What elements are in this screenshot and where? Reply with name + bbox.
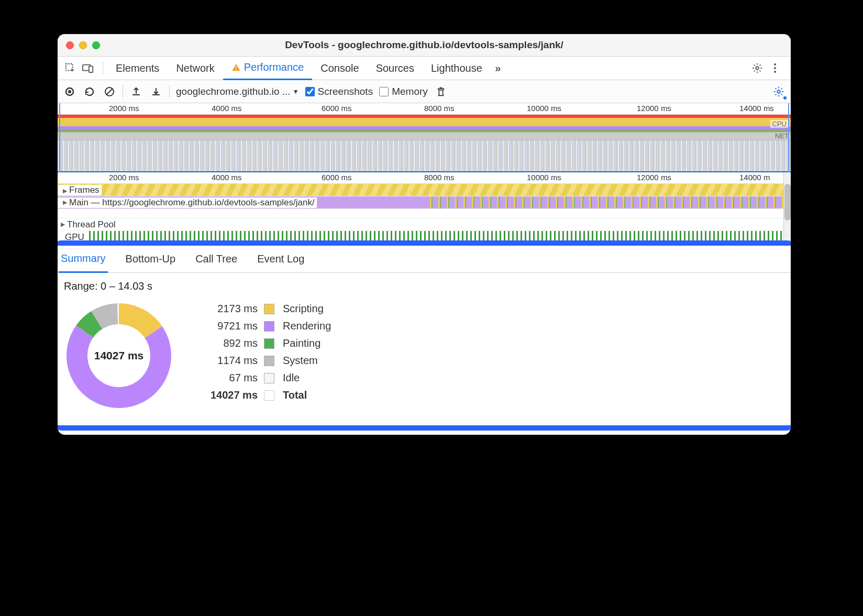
ruler-tick: 6000 ms <box>322 173 352 182</box>
track-main-spacer <box>58 209 791 218</box>
tab-console[interactable]: Console <box>312 57 367 80</box>
overview-filmstrip <box>58 140 791 172</box>
track-main-label: Main — https://googlechrome.github.io/de… <box>69 197 315 208</box>
ruler-tick: 10000 ms <box>527 104 561 113</box>
tab-elements[interactable]: Elements <box>107 57 168 80</box>
legend-value: 1174 ms <box>195 355 258 367</box>
more-tabs-icon[interactable]: » <box>491 61 505 75</box>
ruler-tick: 12000 ms <box>637 173 671 182</box>
memory-checkbox-input[interactable] <box>379 87 389 96</box>
screenshots-checkbox[interactable]: Screenshots <box>305 86 373 97</box>
tab-summary[interactable]: Summary <box>59 246 108 273</box>
ruler-tick: 8000 ms <box>424 173 455 182</box>
capture-settings-icon[interactable] <box>772 85 785 98</box>
overview-net-band: NET <box>58 133 791 140</box>
svg-point-6 <box>774 63 776 65</box>
download-icon[interactable] <box>149 85 163 98</box>
window-minimize-button[interactable] <box>79 41 87 49</box>
dropdown-arrow-icon: ▼ <box>293 88 299 95</box>
tabbar-divider <box>103 62 103 74</box>
warning-icon <box>231 63 241 72</box>
overview-ruler: 2000 ms 4000 ms 6000 ms 8000 ms 10000 ms… <box>58 103 791 115</box>
ruler-tick: 14000 m <box>739 173 770 182</box>
ruler-tick: 8000 ms <box>424 104 455 113</box>
upload-icon[interactable] <box>129 85 143 98</box>
expand-icon[interactable]: ▶ <box>63 199 67 206</box>
ruler-tick: 2000 ms <box>109 104 139 113</box>
site-selector[interactable]: googlechrome.github.io ... ▼ <box>176 86 299 97</box>
expand-icon[interactable]: ▶ <box>63 188 67 194</box>
window-zoom-button[interactable] <box>92 41 100 49</box>
summary-donut-chart: 14027 ms <box>64 301 174 411</box>
overview-panel[interactable]: 2000 ms 4000 ms 6000 ms 8000 ms 10000 ms… <box>58 103 791 172</box>
legend-name: Idle <box>283 372 331 384</box>
screenshots-label: Screenshots <box>318 86 373 97</box>
svg-line-12 <box>106 89 113 95</box>
net-label: NET <box>775 132 789 140</box>
legend-name: Scripting <box>283 303 331 315</box>
reload-record-icon[interactable] <box>83 85 96 98</box>
legend-swatch <box>264 304 274 314</box>
ruler-tick: 14000 ms <box>739 104 774 113</box>
inspect-element-icon[interactable] <box>63 61 78 75</box>
svg-point-7 <box>774 67 776 69</box>
svg-point-10 <box>68 90 71 93</box>
summary-body: Range: 0 – 14.03 s 14027 ms 2173 msScrip… <box>58 273 791 425</box>
ruler-tick: 10000 ms <box>527 173 561 182</box>
track-frames-label: Frames <box>69 185 99 195</box>
window-close-button[interactable] <box>66 41 74 49</box>
performance-toolbar: googlechrome.github.io ... ▼ Screenshots… <box>58 80 791 103</box>
window-title: DevTools - googlechrome.github.io/devtoo… <box>58 39 791 51</box>
svg-point-13 <box>777 90 780 93</box>
summary-legend: 2173 msScripting9721 msRendering892 msPa… <box>195 301 331 401</box>
devtools-window: DevTools - googlechrome.github.io/devtoo… <box>58 34 791 435</box>
tab-network[interactable]: Network <box>168 57 223 80</box>
legend-swatch <box>264 390 274 401</box>
summary-highlight-box: Summary Bottom-Up Call Tree Event Log Ra… <box>58 240 791 431</box>
memory-label: Memory <box>392 86 428 97</box>
legend-name: Total <box>283 389 331 401</box>
tab-call-tree[interactable]: Call Tree <box>193 246 239 273</box>
clear-icon[interactable] <box>103 85 116 98</box>
summary-range: Range: 0 – 14.03 s <box>64 280 784 292</box>
legend-swatch <box>264 373 274 383</box>
svg-point-8 <box>774 71 776 73</box>
legend-value: 892 ms <box>195 337 258 349</box>
record-icon[interactable] <box>63 85 76 98</box>
overview-cpu-band: CPU <box>58 118 791 133</box>
track-main[interactable]: ▶Main — https://googlechrome.github.io/d… <box>58 196 791 209</box>
donut-center-value: 14027 ms <box>64 301 174 411</box>
collect-garbage-icon[interactable] <box>434 85 448 98</box>
toolbar-divider <box>169 85 170 98</box>
cpu-label: CPU <box>770 120 789 128</box>
legend-name: Painting <box>283 337 331 349</box>
toolbar-divider <box>123 85 123 98</box>
memory-checkbox[interactable]: Memory <box>379 86 428 97</box>
track-frames[interactable]: ▶Frames <box>58 184 791 196</box>
expand-icon[interactable]: ▶ <box>61 221 65 228</box>
flamechart-panel[interactable]: 2000 ms 4000 ms 6000 ms 8000 ms 10000 ms… <box>58 172 791 244</box>
tab-sources[interactable]: Sources <box>368 57 423 80</box>
track-threadpool[interactable]: ▶Thread Pool <box>58 218 791 231</box>
settings-icon[interactable] <box>750 61 765 75</box>
tab-bottom-up[interactable]: Bottom-Up <box>124 246 178 273</box>
device-toolbar-icon[interactable] <box>81 61 95 75</box>
kebab-menu-icon[interactable] <box>768 61 782 75</box>
legend-value: 2173 ms <box>195 303 258 315</box>
track-threadpool-label: Thread Pool <box>67 219 116 230</box>
ruler-tick: 2000 ms <box>109 173 139 182</box>
window-titlebar: DevTools - googlechrome.github.io/devtoo… <box>58 34 791 57</box>
legend-name: Rendering <box>283 320 331 332</box>
screenshots-checkbox-input[interactable] <box>305 87 315 96</box>
svg-rect-3 <box>236 66 237 68</box>
svg-point-5 <box>756 67 759 70</box>
ruler-tick: 4000 ms <box>212 173 242 182</box>
legend-value: 14027 ms <box>195 389 258 401</box>
legend-name: System <box>283 355 331 367</box>
bottom-tabbar: Summary Bottom-Up Call Tree Event Log <box>58 246 791 273</box>
svg-rect-4 <box>236 69 237 70</box>
tab-lighthouse[interactable]: Lighthouse <box>423 57 491 80</box>
scrollbar-thumb[interactable] <box>784 184 791 221</box>
tab-performance[interactable]: Performance <box>223 57 313 80</box>
tab-event-log[interactable]: Event Log <box>255 246 306 273</box>
